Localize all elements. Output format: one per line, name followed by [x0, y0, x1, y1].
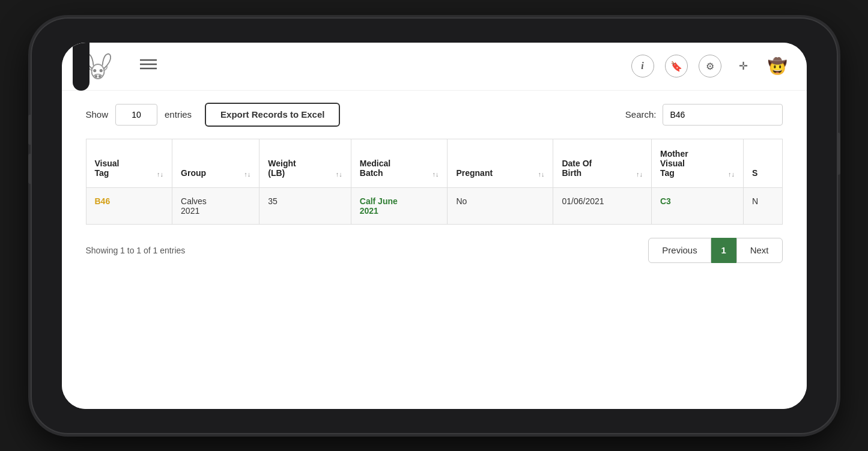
pagination-buttons: Previous 1 Next	[648, 238, 782, 263]
phone-frame: i 🔖 ⚙ ✛ 🤠 Show	[32, 19, 837, 433]
current-page-number[interactable]: 1	[711, 238, 736, 263]
user-button[interactable]: 🤠	[766, 55, 789, 77]
svg-point-5	[99, 76, 100, 77]
sort-icon-visual-tag[interactable]: ↑↓	[157, 171, 163, 178]
show-label: Show	[86, 109, 109, 120]
visual-tag-value: B46	[95, 196, 111, 206]
info-icon: i	[641, 61, 643, 71]
svg-point-2	[94, 70, 96, 71]
col-header-visual-tag: VisualTag ↑↓	[86, 139, 172, 187]
col-header-group: Group ↑↓	[172, 139, 259, 187]
group-value: Calves2021	[181, 196, 207, 216]
power-button[interactable]	[837, 133, 840, 175]
entries-label: entries	[165, 109, 192, 120]
table-row: B46 Calves2021 35 Calf June2021 No 01/06…	[86, 187, 782, 224]
export-button[interactable]: Export Records to Excel	[205, 103, 340, 127]
showing-text: Showing 1 to 1 of 1 entries	[86, 246, 186, 255]
settings-button[interactable]: ⚙	[699, 55, 721, 77]
sort-icon-dob[interactable]: ↑↓	[636, 171, 643, 178]
bookmark-button[interactable]: 🔖	[665, 55, 688, 77]
bookmark-icon: 🔖	[670, 61, 682, 72]
cell-weight: 35	[259, 187, 351, 224]
hamburger-menu[interactable]	[140, 58, 157, 74]
sort-icon-medical-batch[interactable]: ↑↓	[432, 171, 439, 178]
user-avatar-icon: 🤠	[768, 57, 787, 76]
phone-screen: i 🔖 ⚙ ✛ 🤠 Show	[62, 43, 807, 409]
notch	[73, 43, 90, 91]
previous-button[interactable]: Previous	[648, 238, 711, 263]
cell-mother-tag: C3	[651, 187, 743, 224]
sort-icon-mother-tag[interactable]: ↑↓	[728, 171, 735, 178]
gear-icon: ⚙	[706, 61, 714, 72]
col-header-s: S	[743, 139, 782, 187]
next-button[interactable]: Next	[736, 238, 783, 263]
move-icon: ✛	[739, 59, 748, 73]
cell-visual-tag: B46	[86, 187, 172, 224]
volume-up-button[interactable]	[28, 115, 32, 145]
cell-pregnant: No	[448, 187, 553, 224]
sort-icon-pregnant[interactable]: ↑↓	[538, 171, 544, 178]
col-header-pregnant: Pregnant ↑↓	[448, 139, 553, 187]
sort-icon-group[interactable]: ↑↓	[244, 171, 250, 178]
entries-input[interactable]	[115, 104, 157, 126]
col-header-mother-tag: MotherVisualTag ↑↓	[651, 139, 743, 187]
svg-point-3	[100, 70, 102, 71]
svg-point-4	[95, 76, 96, 77]
col-header-medical-batch: MedicalBatch ↑↓	[351, 139, 448, 187]
search-input[interactable]	[663, 104, 783, 126]
search-label: Search:	[625, 109, 657, 120]
search-container: Search:	[625, 104, 783, 126]
controls-bar: Show entries Export Records to Excel Sea…	[86, 103, 783, 127]
sort-icon-weight[interactable]: ↑↓	[336, 171, 342, 178]
medical-batch-value: Calf June2021	[360, 196, 398, 216]
data-table: VisualTag ↑↓ Group ↑↓ We	[86, 139, 783, 225]
main-content: Show entries Export Records to Excel Sea…	[62, 91, 807, 409]
col-header-dob: Date OfBirth ↑↓	[553, 139, 652, 187]
cell-medical-batch: Calf June2021	[351, 187, 448, 224]
info-button[interactable]: i	[631, 55, 654, 77]
cell-group: Calves2021	[172, 187, 259, 224]
pagination-bar: Showing 1 to 1 of 1 entries Previous 1 N…	[86, 238, 783, 263]
cell-dob: 01/06/2021	[553, 187, 652, 224]
volume-down-button[interactable]	[28, 154, 32, 184]
nav-bar: i 🔖 ⚙ ✛ 🤠	[62, 43, 807, 91]
nav-icons: i 🔖 ⚙ ✛ 🤠	[631, 55, 789, 77]
mother-tag-value: C3	[660, 196, 671, 206]
move-button[interactable]: ✛	[732, 55, 755, 77]
cell-s: N	[743, 187, 782, 224]
col-header-weight: Weight(LB) ↑↓	[259, 139, 351, 187]
